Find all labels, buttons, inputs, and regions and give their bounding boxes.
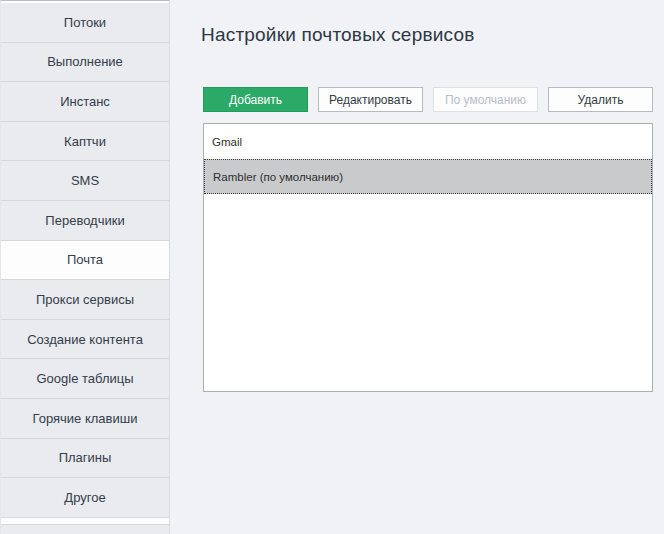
mail-services-list: GmailRambler (по умолчанию) [203, 123, 653, 392]
sidebar-item-google-sheets[interactable]: Google таблицы [1, 359, 169, 399]
sidebar-item-captchas[interactable]: Каптчи [1, 122, 169, 162]
mail-service-row[interactable]: Rambler (по умолчанию) [204, 159, 652, 194]
set-default-button[interactable]: По умолчанию [433, 87, 538, 112]
sidebar-item-partial[interactable] [1, 524, 169, 534]
sidebar-item-instance[interactable]: Инстанс [1, 82, 169, 122]
sidebar-item-label: Переводчики [45, 213, 124, 228]
mail-service-row[interactable]: Gmail [204, 124, 652, 159]
sidebar-item-label: Почта [67, 252, 103, 267]
sidebar-item-label: Создание контента [27, 332, 143, 347]
sidebar-item-mail[interactable]: Почта [1, 241, 169, 281]
add-button[interactable]: Добавить [203, 87, 308, 112]
mail-service-name: Rambler (по умолчанию) [213, 171, 343, 183]
toolbar: ДобавитьРедактироватьПо умолчаниюУдалить [203, 87, 653, 112]
sidebar-item-proxy-services[interactable]: Прокси сервисы [1, 280, 169, 320]
sidebar-item-content-creation[interactable]: Создание контента [1, 320, 169, 360]
sidebar-item-label: Прокси сервисы [36, 292, 134, 307]
sidebar-item-threads[interactable]: Потоки [1, 3, 169, 43]
sidebar-item-label: Горячие клавиши [33, 411, 138, 426]
sidebar-item-label: SMS [71, 173, 99, 188]
sidebar-item-label: Инстанс [60, 94, 110, 109]
page-title: Настройки почтовых сервисов [201, 24, 474, 46]
mail-service-name: Gmail [212, 136, 242, 148]
sidebar-item-sms[interactable]: SMS [1, 161, 169, 201]
edit-button[interactable]: Редактировать [318, 87, 423, 112]
delete-button[interactable]: Удалить [548, 87, 653, 112]
settings-sidebar: ПотокиВыполнениеИнстансКаптчиSMSПереводч… [0, 0, 170, 534]
settings-content: Настройки почтовых сервисов ДобавитьРеда… [170, 0, 664, 534]
sidebar-item-label: Потоки [64, 15, 106, 30]
sidebar-item-hotkeys[interactable]: Горячие клавиши [1, 399, 169, 439]
sidebar-item-execution[interactable]: Выполнение [1, 43, 169, 83]
sidebar-item-label: Выполнение [47, 54, 123, 69]
sidebar-item-label: Google таблицы [36, 371, 133, 386]
sidebar-item-plugins[interactable]: Плагины [1, 439, 169, 479]
sidebar-item-translators[interactable]: Переводчики [1, 201, 169, 241]
sidebar-item-other[interactable]: Другое [1, 478, 169, 518]
sidebar-item-label: Плагины [59, 450, 112, 465]
sidebar-item-label: Каптчи [64, 134, 106, 149]
sidebar-items: ПотокиВыполнениеИнстансКаптчиSMSПереводч… [1, 3, 169, 518]
sidebar-item-label: Другое [64, 490, 105, 505]
